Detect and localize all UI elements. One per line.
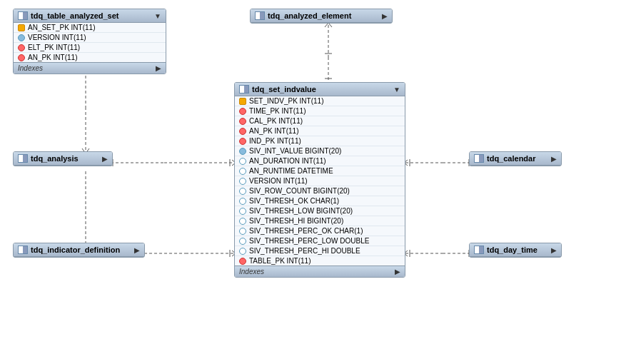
field-name: SIV_THRESH_PERC_HI DOUBLE [249, 247, 360, 255]
footer-label: Indexes [239, 268, 264, 275]
entity-tdq-day-time[interactable]: tdq_day_time ▶ [469, 243, 562, 258]
entity-body: AN_SET_PK INT(11) VERSION INT(11) ELT_PK… [14, 23, 166, 62]
table-icon [18, 246, 28, 254]
entity-header-tdq-analyzed-element[interactable]: tdq_analyzed_element ▶ [251, 9, 392, 23]
table-icon [239, 85, 249, 93]
field-name: AN_DURATION INT(11) [249, 157, 326, 165]
field-row: SIV_ROW_COUNT BIGINT(20) [235, 186, 405, 196]
entity-header-tdq-set-indvalue[interactable]: tdq_set_indvalue ▼ [235, 83, 405, 96]
expand-button[interactable]: ▶ [551, 155, 557, 163]
entity-header-tdq-day-time[interactable]: tdq_day_time ▶ [470, 243, 561, 257]
entity-title: tdq_analysis [31, 154, 99, 163]
field-name: SET_INDV_PK INT(11) [249, 97, 323, 105]
entity-header-tdq-calendar[interactable]: tdq_calendar ▶ [470, 152, 561, 166]
entity-title: tdq_calendar [487, 154, 548, 163]
field-row: SIV_THRESH_OK CHAR(1) [235, 196, 405, 206]
entity-tdq-analyzed-element[interactable]: tdq_analyzed_element ▶ [250, 9, 393, 24]
fk-icon [18, 44, 25, 51]
entity-tdq-table-analyzed-set[interactable]: tdq_table_analyzed_set ▼ AN_SET_PK INT(1… [13, 9, 166, 74]
field-name: VERSION INT(11) [28, 34, 86, 41]
entity-body: SET_INDV_PK INT(11) TIME_PK INT(11) CAL_… [235, 96, 405, 266]
footer-label: Indexes [18, 64, 43, 72]
entity-title: tdq_indicator_definition [31, 246, 131, 254]
field-row: AN_PK INT(11) [235, 126, 405, 136]
field-row: ELT_PK INT(11) [14, 43, 166, 53]
field-row: VERSION INT(11) [14, 33, 166, 43]
diagram-canvas: tdq_table_analyzed_set ▼ AN_SET_PK INT(1… [0, 0, 641, 364]
entity-tdq-calendar[interactable]: tdq_calendar ▶ [469, 151, 562, 166]
field-name: SIV_INT_VALUE BIGINT(20) [249, 147, 341, 155]
fk-icon [239, 128, 246, 135]
footer-arrow[interactable]: ▶ [395, 268, 400, 275]
expand-button[interactable]: ▼ [393, 86, 400, 93]
expand-button[interactable]: ▶ [134, 246, 140, 254]
entity-title: tdq_day_time [487, 246, 548, 254]
entity-footer[interactable]: Indexes ▶ [14, 62, 166, 74]
entity-title: tdq_table_analyzed_set [31, 11, 151, 20]
expand-button[interactable]: ▶ [102, 155, 108, 163]
fk-icon [239, 118, 246, 125]
expand-button[interactable]: ▶ [551, 246, 557, 254]
regular-icon [18, 34, 25, 41]
field-row: SIV_THRESH_PERC_OK CHAR(1) [235, 226, 405, 236]
pk-icon [239, 98, 246, 105]
pk-icon [18, 24, 25, 31]
field-row: VERSION INT(11) [235, 176, 405, 186]
field-name: SIV_THRESH_LOW BIGINT(20) [249, 207, 353, 215]
expand-button[interactable]: ▼ [154, 12, 161, 20]
field-row: AN_DURATION INT(11) [235, 156, 405, 166]
field-row: AN_PK INT(11) [14, 53, 166, 62]
entity-header-tdq-indicator-definition[interactable]: tdq_indicator_definition ▶ [14, 243, 144, 257]
nullable-icon [239, 208, 246, 215]
nullable-icon [239, 158, 246, 165]
footer-arrow[interactable]: ▶ [156, 64, 161, 72]
field-name: IND_PK INT(11) [249, 137, 301, 145]
entity-title: tdq_set_indvalue [252, 85, 390, 93]
field-name: SIV_THRESH_OK CHAR(1) [249, 197, 339, 205]
nullable-icon [239, 188, 246, 195]
field-row: TIME_PK INT(11) [235, 106, 405, 116]
field-name: SIV_ROW_COUNT BIGINT(20) [249, 187, 350, 195]
field-row: AN_SET_PK INT(11) [14, 23, 166, 33]
field-name: SIV_THRESH_HI BIGINT(20) [249, 217, 343, 225]
field-name: ELT_PK INT(11) [28, 44, 80, 51]
entity-title: tdq_analyzed_element [268, 11, 379, 20]
field-name: SIV_THRESH_PERC_LOW DOUBLE [249, 237, 369, 245]
field-row: AN_RUNTIME DATETIME [235, 166, 405, 176]
nullable-icon [239, 238, 246, 245]
entity-footer[interactable]: Indexes ▶ [235, 266, 405, 277]
field-row: TABLE_PK INT(11) [235, 256, 405, 266]
table-icon [255, 11, 265, 20]
field-row: SIV_THRESH_HI BIGINT(20) [235, 216, 405, 226]
entity-header-tdq-table-analyzed-set[interactable]: tdq_table_analyzed_set ▼ [14, 9, 166, 23]
nullable-icon [239, 218, 246, 225]
fk-icon [239, 258, 246, 265]
table-icon [474, 154, 484, 163]
expand-button[interactable]: ▶ [382, 12, 388, 20]
entity-tdq-analysis[interactable]: tdq_analysis ▶ [13, 151, 113, 166]
field-name: CAL_PK INT(11) [249, 117, 303, 125]
nullable-icon [239, 228, 246, 235]
regular-icon [239, 148, 246, 155]
field-row: SIV_INT_VALUE BIGINT(20) [235, 146, 405, 156]
field-row: IND_PK INT(11) [235, 136, 405, 146]
table-icon [18, 154, 28, 163]
field-name: TIME_PK INT(11) [249, 107, 306, 115]
nullable-icon [239, 168, 246, 175]
field-row: SET_INDV_PK INT(11) [235, 96, 405, 106]
field-name: AN_PK INT(11) [28, 54, 77, 61]
entity-header-tdq-analysis[interactable]: tdq_analysis ▶ [14, 152, 112, 166]
field-row: SIV_THRESH_LOW BIGINT(20) [235, 206, 405, 216]
field-name: SIV_THRESH_PERC_OK CHAR(1) [249, 227, 363, 235]
nullable-icon [239, 178, 246, 185]
field-name: VERSION INT(11) [249, 177, 308, 185]
field-name: AN_PK INT(11) [249, 127, 298, 135]
nullable-icon [239, 248, 246, 255]
fk-icon [239, 108, 246, 115]
field-row: CAL_PK INT(11) [235, 116, 405, 126]
nullable-icon [239, 198, 246, 205]
field-name: TABLE_PK INT(11) [249, 257, 311, 265]
entity-tdq-set-indvalue[interactable]: tdq_set_indvalue ▼ SET_INDV_PK INT(11) T… [234, 82, 405, 278]
table-icon [474, 246, 484, 254]
entity-tdq-indicator-definition[interactable]: tdq_indicator_definition ▶ [13, 243, 145, 258]
